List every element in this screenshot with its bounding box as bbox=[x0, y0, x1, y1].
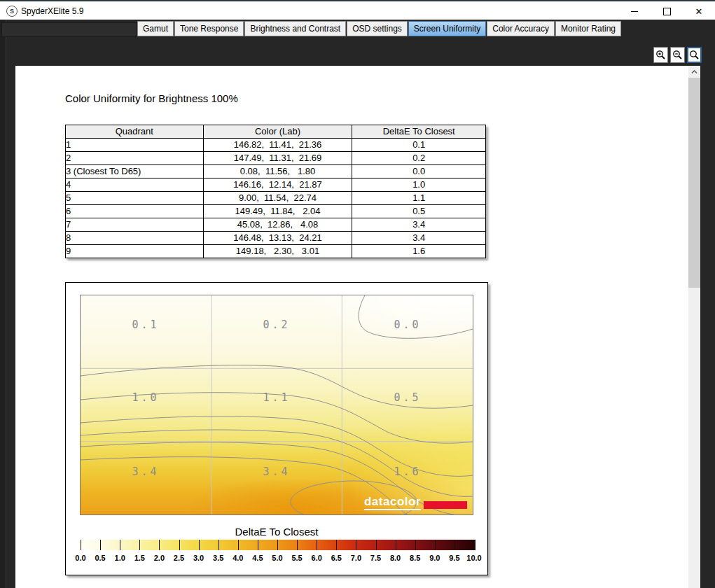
table-cell: 7 bbox=[66, 218, 204, 232]
colorbar-tick-label: 9.0 bbox=[429, 554, 440, 562]
table-cell: 146.82, 11.41, 21.36 bbox=[203, 139, 352, 152]
table-cell: 0.5 bbox=[352, 205, 486, 218]
tab-screen-uniformity[interactable]: Screen Uniformity bbox=[408, 21, 486, 36]
table-cell: 149.18, 2.30, 3.01 bbox=[203, 245, 352, 258]
table-row: 8146.48, 13.13, 24.213.4 bbox=[66, 232, 486, 245]
zoom-reset-button[interactable] bbox=[687, 47, 702, 63]
contour-cell-value: 1.0 bbox=[132, 391, 159, 404]
colorbar-tick bbox=[376, 540, 377, 550]
colorbar-tick bbox=[474, 540, 475, 550]
table-cell: 0.1 bbox=[352, 139, 486, 152]
contour-cell-value: 0.2 bbox=[263, 318, 290, 331]
table-cell: 0.2 bbox=[352, 152, 486, 165]
contour-cell-value: 0.5 bbox=[394, 391, 421, 404]
window-controls: ✕ bbox=[618, 1, 715, 21]
colorbar-tick-label: 4.0 bbox=[232, 554, 243, 562]
window-title: SpyderXElite 5.9 bbox=[21, 6, 83, 16]
table-cell: 3 (Closest To D65) bbox=[66, 165, 204, 178]
colorbar-tick bbox=[396, 540, 396, 550]
colorbar-tick bbox=[120, 540, 120, 550]
colorbar-tick-label: 0.0 bbox=[75, 554, 85, 562]
colorbar-tick-label: 7.5 bbox=[370, 554, 381, 562]
colorbar-tick bbox=[238, 540, 239, 550]
colorbar-tick bbox=[139, 540, 140, 550]
magnifier-icon bbox=[689, 50, 700, 60]
titlebar: S SpyderXElite 5.9 ✕ bbox=[0, 0, 715, 20]
table-cell: 147.49, 11.31, 21.69 bbox=[203, 152, 352, 165]
contour-cell-value: 3.4 bbox=[263, 465, 290, 478]
colorbar-tick-label: 5.0 bbox=[272, 554, 282, 562]
colorbar-tick bbox=[317, 540, 317, 550]
tab-color-accuracy[interactable]: Color Accuracy bbox=[487, 21, 555, 36]
colorbar bbox=[79, 540, 475, 550]
contour-plot: 0.10.20.01.01.10.53.43.41.6 datacolor bbox=[80, 295, 473, 515]
page-title: Color Uniformity for Brightness 100% bbox=[65, 92, 238, 104]
scrollbar-up-button[interactable] bbox=[688, 66, 700, 78]
colorbar-tick-label: 9.5 bbox=[449, 554, 459, 562]
app-content-frame: GamutTone ResponseBrightness and Contras… bbox=[0, 20, 715, 588]
table-cell: 45.08, 12.86, 4.08 bbox=[203, 218, 352, 232]
colorbar-tick-label: 2.0 bbox=[154, 554, 165, 562]
table-cell: 5 bbox=[66, 192, 204, 205]
colorbar-tick-label: 4.5 bbox=[252, 554, 263, 562]
datacolor-logo-bar bbox=[424, 501, 467, 509]
table-cell: 3.4 bbox=[352, 218, 486, 232]
colorbar-tick bbox=[218, 540, 219, 550]
contour-cell-value: 1.6 bbox=[394, 465, 421, 478]
table-cell: 8 bbox=[66, 232, 204, 245]
colorbar-tick bbox=[415, 540, 416, 550]
table-row: 9149.18, 2.30, 3.011.6 bbox=[66, 245, 486, 258]
tabstrip-recess bbox=[1, 22, 137, 37]
vertical-scrollbar[interactable] bbox=[688, 66, 700, 588]
table-cell: 2 bbox=[66, 152, 204, 165]
table-row: 59.00, 11.54, 22.741.1 bbox=[66, 192, 486, 205]
zoom-out-button[interactable] bbox=[670, 47, 685, 63]
zoom-toolbar bbox=[653, 47, 702, 63]
table-cell: 146.16, 12.14, 21.87 bbox=[203, 178, 352, 192]
uniformity-map-panel: 0.10.20.01.01.10.53.43.41.6 datacolor De… bbox=[65, 282, 488, 575]
table-cell: 9 bbox=[66, 245, 204, 258]
zoom-in-button[interactable] bbox=[653, 47, 668, 63]
close-icon: ✕ bbox=[695, 7, 703, 16]
uniformity-table: QuadrantColor (Lab)DeltaE To Closest 114… bbox=[65, 125, 486, 258]
tab-tone-response[interactable]: Tone Response bbox=[174, 21, 244, 36]
column-header: Color (Lab) bbox=[203, 125, 352, 139]
table-cell: 1.0 bbox=[352, 178, 486, 192]
minimize-button[interactable] bbox=[618, 1, 651, 21]
tab-osd-settings[interactable]: OSD settings bbox=[347, 21, 408, 36]
tab-gamut[interactable]: Gamut bbox=[137, 21, 174, 36]
chevron-up-icon bbox=[691, 70, 697, 74]
tab-monitor-rating[interactable]: Monitor Rating bbox=[555, 21, 621, 36]
table-header-row: QuadrantColor (Lab)DeltaE To Closest bbox=[66, 125, 486, 139]
contour-cell-value: 3.4 bbox=[132, 465, 159, 478]
table-row: 1146.82, 11.41, 21.360.1 bbox=[66, 139, 486, 152]
table-row: 4146.16, 12.14, 21.871.0 bbox=[66, 178, 486, 192]
table-row: 6149.49, 11.84, 2.040.5 bbox=[66, 205, 486, 218]
colorbar-tick bbox=[336, 540, 337, 550]
tab-brightness-and-contrast[interactable]: Brightness and Contrast bbox=[244, 21, 346, 36]
colorbar-tick bbox=[258, 540, 258, 550]
colorbar-tick-label: 3.0 bbox=[193, 554, 204, 562]
colorbar-tick bbox=[297, 540, 298, 550]
colorbar-tick bbox=[454, 540, 455, 550]
report-page: Color Uniformity for Brightness 100% Qua… bbox=[15, 66, 700, 588]
scrollbar-thumb[interactable] bbox=[688, 78, 700, 288]
colorbar-tick-label: 1.0 bbox=[115, 554, 125, 562]
table-cell: 0.0 bbox=[352, 165, 486, 178]
contour-cell-value: 1.1 bbox=[263, 391, 290, 404]
table-cell: 1.6 bbox=[352, 245, 486, 258]
contour-cell-value: 0.0 bbox=[394, 318, 421, 331]
column-header: DeltaE To Closest bbox=[352, 125, 486, 139]
table-cell: 149.49, 11.84, 2.04 bbox=[203, 205, 352, 218]
close-button[interactable]: ✕ bbox=[683, 1, 715, 21]
colorbar-tick-label: 0.5 bbox=[95, 554, 105, 562]
table-row: 2147.49, 11.31, 21.690.2 bbox=[66, 152, 486, 165]
colorbar-tick bbox=[277, 540, 278, 550]
maximize-button[interactable] bbox=[651, 1, 683, 21]
table-cell: 0.08, 11.56, 1.80 bbox=[203, 165, 352, 178]
contour-cell-value: 0.1 bbox=[132, 318, 159, 331]
table-cell: 1.1 bbox=[352, 192, 486, 205]
colorbar-tick bbox=[159, 540, 160, 550]
datacolor-logo-text: datacolor bbox=[364, 496, 421, 510]
colorbar-tick bbox=[435, 540, 436, 550]
